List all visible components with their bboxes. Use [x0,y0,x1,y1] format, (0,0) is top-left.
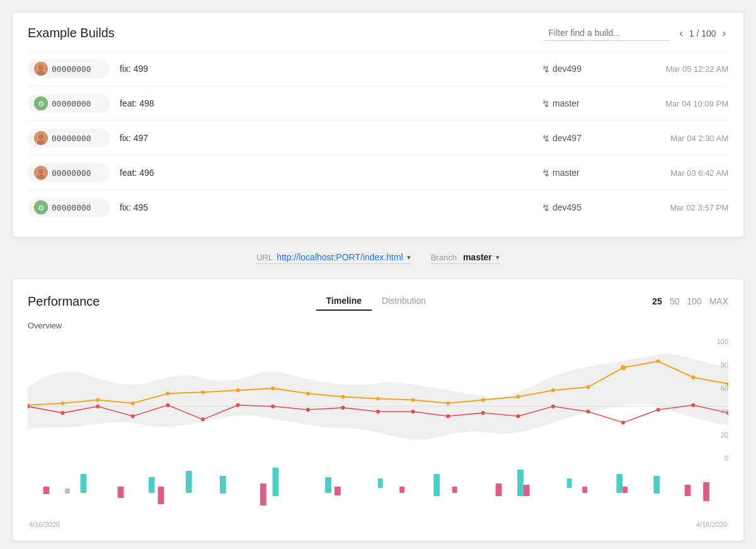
svg-rect-78 [622,487,627,493]
count-max[interactable]: MAX [709,296,728,306]
y-label-60: 60 [711,384,728,392]
svg-point-21 [271,386,275,390]
bar-chart-area [28,465,728,517]
svg-rect-76 [524,485,530,496]
builds-list: 00000000 fix: 499 ↯ dev499 Mar 05 12:22 … [28,51,728,224]
svg-rect-64 [517,470,524,496]
table-row[interactable]: ⚙ 00000000 fix: 495 ↯ dev495 Mar 02 3:57… [28,190,728,224]
svg-point-40 [201,417,205,421]
svg-point-44 [341,406,345,410]
line-chart-svg [28,335,728,465]
tab-timeline[interactable]: Timeline [316,292,372,311]
build-description: feat: 496 [120,168,532,178]
svg-point-24 [376,396,380,400]
y-label-40: 40 [711,408,728,415]
svg-rect-63 [433,474,440,496]
svg-rect-68 [43,487,50,494]
avatar [34,62,48,76]
branch-icon: ↯ [542,63,550,75]
build-date: Mar 02 3:57 PM [627,203,728,212]
url-selector[interactable]: URL http://localhost:PORT/index.html ▾ [256,252,411,264]
y-label-20: 20 [711,431,728,439]
build-description: feat: 498 [120,98,532,108]
svg-rect-58 [186,471,192,493]
svg-point-28 [516,395,520,398]
branch-selector[interactable]: Branch master ▾ [431,252,500,264]
svg-point-18 [166,391,169,395]
svg-rect-57 [149,477,155,493]
table-row[interactable]: 00000000 fix: 499 ↯ dev499 Mar 05 12:22 … [28,51,728,86]
svg-point-22 [306,391,310,395]
svg-rect-73 [399,487,404,493]
branch-value: master [463,252,492,262]
svg-point-49 [516,414,520,418]
build-id-chip: 00000000 [28,59,110,78]
svg-rect-72 [335,487,341,495]
build-id: 00000000 [52,134,91,143]
tab-distribution[interactable]: Distribution [372,292,436,311]
performance-panel: Performance Timeline Distribution 25 50 … [13,279,743,541]
svg-point-41 [236,403,240,407]
svg-point-45 [376,410,380,413]
svg-point-23 [341,395,345,398]
branch-name: dev495 [553,202,581,212]
svg-rect-66 [616,474,622,493]
next-page-button[interactable]: › [720,28,728,39]
svg-rect-56 [81,474,87,493]
count-50[interactable]: 50 [670,296,680,306]
build-description: fix: 495 [120,202,532,212]
build-description: fix: 497 [120,133,532,143]
branch-name: master [553,168,580,178]
svg-rect-79 [685,485,691,496]
svg-rect-80 [703,482,709,501]
svg-point-31 [621,365,626,370]
build-date: Mar 04 2:30 AM [627,134,728,143]
count-25[interactable]: 25 [652,296,662,306]
branch-name: dev499 [553,64,581,74]
filter-input[interactable] [544,25,670,41]
count-100[interactable]: 100 [687,296,701,306]
table-row[interactable]: ⚙ 00000000 feat: 498 ↯ master Mar 04 10:… [28,86,728,120]
table-row[interactable]: 00000000 feat: 496 ↯ master Mar 03 6:42 … [28,155,728,190]
svg-rect-74 [452,487,457,493]
build-description: fix: 499 [120,64,532,74]
selectors-row: URL http://localhost:PORT/index.html ▾ B… [13,247,743,269]
svg-point-2 [37,71,45,76]
svg-rect-67 [653,476,660,494]
svg-rect-59 [220,476,226,494]
svg-point-52 [621,420,625,424]
svg-rect-62 [378,478,383,488]
svg-point-47 [446,414,450,418]
build-id: 00000000 [52,99,91,108]
svg-point-6 [38,134,43,139]
svg-point-10 [37,175,45,180]
svg-rect-60 [273,468,279,496]
build-id-chip: 00000000 [28,163,110,182]
date-end: 4/16/2020 [696,521,727,528]
svg-point-9 [38,169,43,174]
svg-point-1 [38,65,43,70]
builds-title: Example Builds [28,26,115,40]
svg-point-19 [201,390,205,394]
pagination: ‹ 1 / 100 › [677,28,728,39]
build-id-chip: ⚙ 00000000 [28,94,110,113]
chart-section: Overview [28,321,728,528]
branch-icon: ↯ [542,98,550,110]
table-row[interactable]: 00000000 fix: 497 ↯ dev497 Mar 04 2:30 A… [28,120,728,155]
y-label-80: 80 [711,361,728,369]
url-dropdown-arrow: ▾ [407,253,411,262]
svg-point-32 [656,359,660,363]
builds-filter-area: ‹ 1 / 100 › [544,25,728,41]
build-branch: ↯ master [542,98,617,110]
build-id-chip: ⚙ 00000000 [28,198,110,217]
url-label: URL [256,253,273,262]
svg-point-38 [131,414,135,418]
avatar: ⚙ [34,96,48,110]
svg-rect-81 [65,488,70,494]
svg-point-53 [656,408,660,412]
svg-point-16 [96,398,100,402]
build-branch: ↯ dev499 [542,63,617,75]
prev-page-button[interactable]: ‹ [677,28,685,39]
chart-label: Overview [28,321,728,330]
svg-point-25 [411,398,415,402]
